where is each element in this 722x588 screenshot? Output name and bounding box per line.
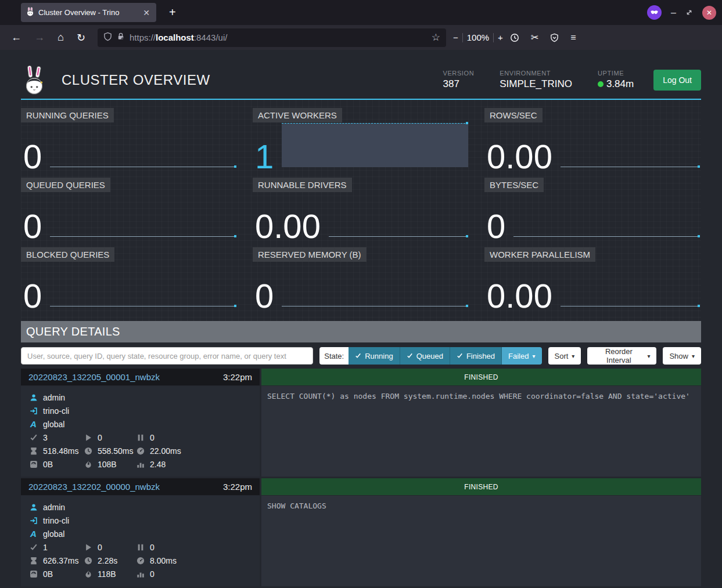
metric-label: ROWS/SEC: [484, 108, 543, 122]
metric-label: BLOCKED QUERIES: [21, 247, 114, 262]
play-icon: [84, 543, 92, 551]
metric-value: 0.00: [487, 140, 552, 172]
chevron-down-icon: ▾: [692, 353, 695, 359]
scale-icon: [29, 570, 38, 578]
pause-icon: [136, 434, 145, 442]
hourglass-icon: [29, 557, 38, 565]
query-row: 20220823_132205_00001_nwbzk 3:22pm FINIS…: [21, 369, 701, 477]
query-stats: admintrino-cliAglobal100626.37ms2.28s8.0…: [21, 496, 260, 586]
query-time: 3:22pm: [223, 482, 252, 492]
gauge-icon: [136, 447, 145, 455]
login-icon: [29, 517, 38, 525]
metric-label: RESERVED MEMORY (B): [253, 247, 367, 262]
sort-dropdown[interactable]: Sort▾: [548, 347, 581, 365]
zoom-level[interactable]: 100%: [467, 33, 489, 42]
close-button[interactable]: ✕: [702, 6, 716, 20]
metric-value: 0: [23, 140, 42, 172]
reorder-interval-dropdown[interactable]: Reorder Interval▾: [587, 347, 656, 365]
screenshot-scissors-icon[interactable]: ✂: [526, 30, 543, 45]
version-block: VERSION 387: [443, 70, 475, 90]
home-icon[interactable]: ⌂: [52, 30, 69, 45]
back-icon[interactable]: ←: [6, 30, 27, 45]
state-filter-running[interactable]: Running: [349, 347, 400, 365]
trino-page: CLUSTER OVERVIEW VERSION 387 ENVIRONMENT…: [0, 50, 722, 588]
version-value: 387: [443, 78, 475, 90]
history-clock-icon[interactable]: [505, 31, 524, 44]
fire-icon: [84, 570, 92, 578]
lock-warning-icon[interactable]: [117, 32, 125, 43]
state-filter-queued[interactable]: Queued: [400, 347, 450, 365]
logout-button[interactable]: Log Out: [653, 70, 701, 91]
query-filter-bar: State: RunningQueuedFinishedFailed▾ Sort…: [21, 347, 701, 365]
sparkline-chart: [282, 306, 468, 306]
show-dropdown[interactable]: Show▾: [663, 347, 701, 365]
environment-label: ENVIRONMENT: [500, 70, 572, 77]
sparkline-chart: [50, 306, 236, 306]
separator: [493, 33, 494, 42]
metric-label: RUNNABLE DRIVERS: [253, 178, 352, 192]
metric-value: 0.00: [255, 210, 321, 242]
query-search-input[interactable]: [21, 347, 313, 365]
metric-panel: RUNNING QUERIES 0: [21, 108, 238, 176]
metric-label: BYTES/SEC: [484, 178, 544, 192]
fire-icon: [84, 460, 92, 468]
state-buttons: RunningQueuedFinishedFailed▾: [349, 347, 541, 365]
tab-close-icon[interactable]: ✕: [141, 8, 152, 17]
shield-chevron-icon[interactable]: [545, 31, 563, 44]
uptime-value: 3.84m: [598, 78, 634, 90]
query-user: admin: [29, 391, 260, 404]
state-filter-finished[interactable]: Finished: [450, 347, 502, 365]
chevron-down-icon: ▾: [572, 353, 574, 359]
font-icon: A: [29, 420, 38, 428]
metric-panel: QUEUED QUERIES 0: [21, 178, 238, 246]
zoom-controls: − 100% +: [453, 33, 503, 42]
forward-icon[interactable]: →: [29, 30, 50, 45]
url-text[interactable]: https://localhost:8443/ui/: [130, 33, 427, 42]
metric-label: ACTIVE WORKERS: [253, 108, 342, 122]
query-stat: 2.28s: [84, 554, 136, 567]
state-filter-failed[interactable]: Failed▾: [502, 347, 541, 365]
query-stat: 0: [136, 431, 260, 444]
sparkline-chart: [561, 306, 700, 306]
query-id-link[interactable]: 20220823_132205_00001_nwbzk: [28, 372, 160, 382]
query-stat: 22.00ms: [136, 444, 260, 457]
query-id-link[interactable]: 20220823_132202_00000_nwbzk: [28, 482, 160, 492]
header-meta: VERSION 387 ENVIRONMENT SIMPLE_TRINO UPT…: [443, 70, 634, 90]
sparkline-chart: [561, 167, 700, 167]
query-stat-grid: 100626.37ms2.28s8.00ms0B118B0: [29, 540, 260, 580]
user-icon: [29, 394, 38, 402]
zoom-in-icon[interactable]: +: [498, 33, 503, 42]
metric-value: 1: [255, 140, 274, 172]
chevron-down-icon: ▾: [532, 353, 535, 359]
tab-title: Cluster Overview - Trino: [38, 8, 138, 17]
font-icon: A: [29, 529, 38, 538]
query-row: 20220823_132202_00000_nwbzk 3:22pm FINIS…: [21, 478, 701, 586]
maximize-button[interactable]: [685, 9, 693, 16]
browser-tab[interactable]: Cluster Overview - Trino ✕: [21, 3, 156, 22]
query-stat-grid: 300518.48ms558.50ms22.00ms0B108B2.48: [29, 431, 260, 471]
sparkline-chart: [282, 123, 468, 167]
query-stat: 558.50ms: [84, 444, 136, 457]
shield-icon[interactable]: [103, 32, 112, 44]
minimize-button[interactable]: –: [671, 8, 676, 18]
sparkline-chart: [329, 236, 468, 237]
metric-label: QUEUED QUERIES: [21, 178, 110, 192]
zoom-out-icon[interactable]: −: [453, 33, 458, 42]
reload-icon[interactable]: ↻: [71, 30, 91, 46]
url-bar[interactable]: https://localhost:8443/ui/ ☆: [98, 28, 446, 47]
screen: Cluster Overview - Trino ✕ + – ✕ ← → ⌂ ↻: [0, 0, 722, 588]
menu-hamburger-icon[interactable]: ≡: [566, 31, 580, 45]
separator: [462, 33, 463, 42]
metric-value: 0: [23, 280, 42, 312]
metric-label: RUNNING QUERIES: [21, 108, 114, 122]
uptime-block: UPTIME 3.84m: [598, 70, 634, 90]
check-icon: [457, 352, 463, 360]
metric-value: 0: [255, 280, 274, 312]
chevron-down-icon: ▾: [647, 353, 650, 359]
bookmark-star-icon[interactable]: ☆: [432, 31, 440, 44]
sparkline-chart: [50, 236, 236, 237]
query-stat: 118B: [84, 567, 136, 580]
clock-icon: [84, 447, 92, 455]
new-tab-button[interactable]: +: [164, 5, 181, 20]
metric-value: 0: [23, 210, 42, 242]
